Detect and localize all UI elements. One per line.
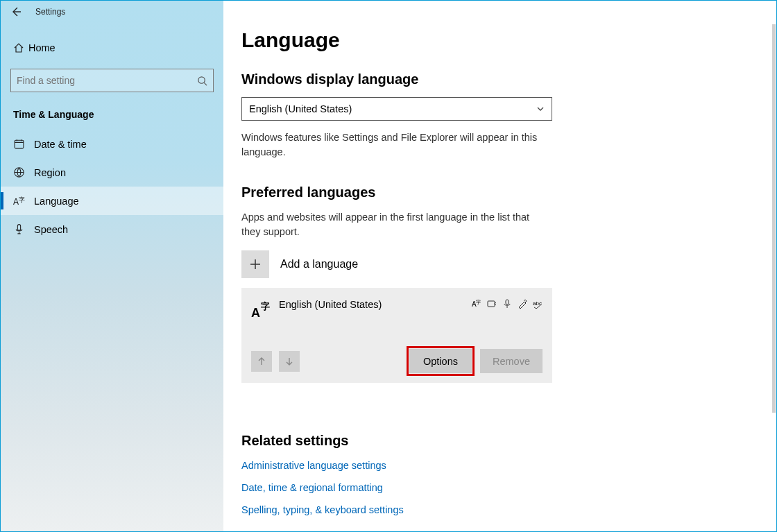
move-up-button[interactable] xyxy=(251,351,272,372)
display-language-value: English (United States) xyxy=(249,103,352,114)
sidebar-item-label: Language xyxy=(34,196,79,207)
window-title: Settings xyxy=(35,7,65,17)
display-language-dropdown[interactable]: English (United States) xyxy=(241,97,552,121)
link-admin-language[interactable]: Administrative language settings xyxy=(241,460,538,471)
sidebar-item-label: Region xyxy=(34,167,66,178)
sidebar-item-language[interactable]: A字 Language xyxy=(1,187,223,215)
spellcheck-icon: abc xyxy=(533,299,543,309)
svg-rect-12 xyxy=(506,300,509,304)
back-button[interactable] xyxy=(1,1,31,23)
options-button[interactable]: Options xyxy=(409,349,472,373)
svg-rect-1 xyxy=(15,140,24,148)
svg-text:字: 字 xyxy=(261,301,270,311)
sidebar-item-region[interactable]: Region xyxy=(1,158,223,187)
language-glyph-icon: A字 xyxy=(251,299,279,321)
main-content: Language Windows display language Englis… xyxy=(223,1,776,531)
sidebar: Settings Home Time & Language Date & tim… xyxy=(1,1,223,532)
sidebar-item-date-time[interactable]: Date & time xyxy=(1,130,223,158)
move-down-button[interactable] xyxy=(279,351,300,372)
link-date-time-regional[interactable]: Date, time & regional formatting xyxy=(241,482,538,493)
add-language-button[interactable]: Add a language xyxy=(241,250,538,278)
svg-rect-5 xyxy=(17,225,20,231)
search-icon xyxy=(197,76,207,86)
sidebar-item-label: Speech xyxy=(34,224,68,235)
text-to-speech-icon xyxy=(487,299,497,309)
globe-icon xyxy=(13,166,34,178)
svg-point-0 xyxy=(198,76,205,83)
titlebar-left: Settings xyxy=(1,1,223,23)
svg-text:abc: abc xyxy=(533,300,542,307)
svg-text:字: 字 xyxy=(19,196,25,203)
sidebar-category: Time & Language xyxy=(1,92,223,130)
sidebar-item-label: Date & time xyxy=(34,139,87,150)
sidebar-home-label: Home xyxy=(28,42,56,53)
handwriting-icon xyxy=(518,299,527,309)
add-language-label: Add a language xyxy=(280,258,358,271)
microphone-icon xyxy=(13,223,34,235)
sidebar-item-speech[interactable]: Speech xyxy=(1,215,223,243)
remove-button: Remove xyxy=(480,349,543,373)
link-spelling-typing[interactable]: Spelling, typing, & keyboard settings xyxy=(241,504,538,515)
related-settings-heading: Related settings xyxy=(241,433,538,449)
svg-text:字: 字 xyxy=(476,300,481,304)
svg-text:A: A xyxy=(251,306,260,320)
display-language-heading: Windows display language xyxy=(241,71,538,87)
search-input[interactable] xyxy=(17,75,176,86)
clock-icon xyxy=(13,138,34,150)
chevron-down-icon xyxy=(536,105,545,113)
sidebar-home[interactable]: Home xyxy=(1,37,223,59)
language-card[interactable]: A字 English (United States) A字 abc xyxy=(241,288,552,383)
svg-text:A: A xyxy=(13,197,19,207)
display-language-icon: A字 xyxy=(472,299,481,309)
preferred-languages-help: Apps and websites will appear in the fir… xyxy=(241,210,538,239)
scrollbar[interactable] xyxy=(772,24,776,413)
language-icon: A字 xyxy=(13,195,34,207)
plus-icon xyxy=(241,250,269,278)
speech-recognition-icon xyxy=(502,299,512,309)
home-icon xyxy=(13,42,28,53)
language-feature-icons: A字 abc xyxy=(472,299,543,309)
search-box[interactable] xyxy=(10,69,214,92)
preferred-languages-heading: Preferred languages xyxy=(241,185,538,200)
page-title: Language xyxy=(241,28,538,52)
svg-rect-11 xyxy=(488,301,495,307)
language-name: English (United States) xyxy=(279,299,472,310)
display-language-help: Windows features like Settings and File … xyxy=(241,130,538,160)
